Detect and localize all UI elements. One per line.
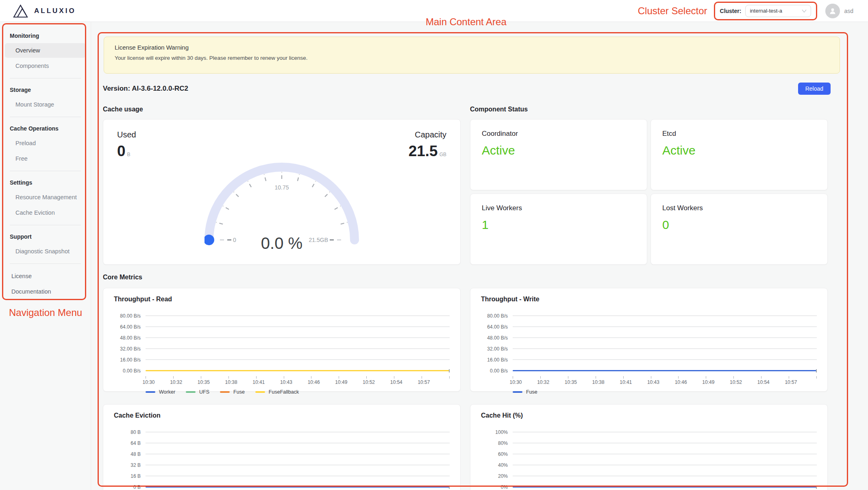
component-status-grid: CoordinatorActiveEtcdActiveLive Workers1… (470, 119, 828, 265)
chart-gridline-row: 0.00 B/s (114, 365, 450, 376)
gridline (146, 348, 450, 349)
component-status-section: Component Status CoordinatorActiveEtcdAc… (470, 106, 828, 265)
overview-sections: Cache usage Used 0B Capacity 21.5GB (103, 106, 828, 265)
y-axis-label: 80 B (114, 429, 146, 435)
status-value: 0 (662, 218, 816, 232)
y-axis-label: 16.00 B/s (481, 357, 513, 363)
y-axis-label: 32.00 B/s (114, 346, 146, 352)
legend-item-fusefallback: FuseFallback (255, 389, 299, 395)
x-axis-label: 10:38 (225, 379, 237, 385)
sidebar-item-mount-storage[interactable]: Mount Storage (5, 97, 86, 112)
legend-item-ufs: UFS (186, 389, 209, 395)
main-content: License Expiration Warning Your license … (91, 22, 868, 490)
y-axis-label: 32 B (114, 462, 146, 468)
y-axis-label: 0.00 B/s (481, 368, 513, 374)
chart-gridline-row: 48.00 B/s (481, 332, 817, 343)
cluster-label: Cluster: (720, 8, 742, 14)
y-axis-label: 0 B (114, 484, 146, 490)
sidebar-item-preload[interactable]: Preload (5, 136, 86, 150)
x-axis-label: 10:32 (170, 379, 182, 385)
sidebar-item-cache-eviction[interactable]: Cache Eviction (5, 205, 86, 220)
sidebar-divider (10, 117, 81, 117)
chart-plot: 80.00 B/s64.00 B/s48.00 B/s32.00 B/s16.0… (114, 310, 450, 385)
legend-label: FuseFallback (269, 389, 299, 395)
y-axis-label: 80.00 B/s (114, 313, 146, 319)
data-line (513, 370, 817, 371)
used-number: 0 (117, 143, 126, 159)
reload-button[interactable]: Reload (798, 83, 831, 95)
gauge-tick (264, 174, 266, 181)
x-axis-label: 10:41 (620, 379, 632, 385)
status-value: Active (482, 144, 635, 157)
chart-gridline-row: 16 B (114, 470, 450, 481)
chart-plot: 100%80%60%40%20%0%10:3010:3210:3510:3810… (481, 427, 817, 490)
gridline (513, 327, 817, 327)
gauge-min-label: 0 (233, 237, 236, 243)
gridline (513, 443, 817, 443)
chart-gridline-row: 64.00 B/s (481, 321, 817, 332)
x-axis-label: 10:35 (198, 379, 210, 385)
legend-swatch (186, 391, 196, 393)
status-label: Coordinator (482, 130, 635, 138)
avatar[interactable] (825, 4, 840, 18)
x-axis-label: 10:30 (509, 379, 522, 385)
core-metrics-title: Core Metrics (103, 274, 828, 283)
gauge-tick (325, 192, 330, 197)
chart-title: Cache Hit (%) (481, 412, 817, 421)
gridline (146, 327, 450, 327)
sidebar-item-overview[interactable]: Overview (5, 43, 86, 58)
app-root: ALLUXIO Cluster Selector Cluster: intern… (0, 0, 868, 490)
version-text: Version: AI-3.6-12.0.0-RC2 (103, 85, 188, 93)
cache-usage-title: Cache usage (103, 106, 461, 115)
x-axis-label: 10:43 (647, 379, 659, 385)
chart-plot: 80.00 B/s64.00 B/s48.00 B/s32.00 B/s16.0… (481, 310, 817, 385)
status-card-etcd: EtcdActive (650, 119, 828, 190)
status-label: Live Workers (482, 204, 635, 212)
status-label: Etcd (662, 130, 816, 138)
legend-item-fuse: Fuse (513, 389, 537, 395)
y-axis-label: 80.00 B/s (481, 313, 513, 319)
chart-title: Cache Eviction (114, 412, 450, 421)
cluster-select[interactable]: internal-test-a (745, 5, 811, 17)
gridline (146, 359, 450, 360)
user-icon (829, 7, 837, 15)
y-axis-label: 32.00 B/s (481, 346, 513, 352)
sidebar-item-free[interactable]: Free (5, 151, 86, 166)
sidebar-item-diagnostic-snapshot[interactable]: Diagnostic Snapshot (5, 244, 86, 259)
legend-swatch (255, 391, 265, 393)
y-axis-label: 48.00 B/s (114, 335, 146, 341)
chart-gridline-row: 80.00 B/s (114, 310, 450, 321)
gridline (146, 443, 450, 443)
sidebar-divider (10, 264, 81, 264)
sidebar-item-license[interactable]: License (5, 269, 86, 283)
x-axis-label: 10:49 (702, 379, 714, 385)
chart-gridline-row: 80 B (114, 427, 450, 438)
sidebar-item-components[interactable]: Components (5, 59, 86, 73)
chart-gridline-row: 100% (481, 427, 817, 438)
app-logo: ALLUXIO (12, 4, 76, 18)
x-axis-label: 10:54 (390, 379, 402, 385)
gauge-tick (335, 206, 341, 210)
chart-legend: WorkerUFSFuseFuseFallback (146, 389, 450, 395)
chart-legend: Fuse (513, 389, 817, 395)
x-axis-label: 10:41 (252, 379, 265, 385)
legend-swatch (220, 391, 230, 393)
version-row: Version: AI-3.6-12.0.0-RC2 Reload (103, 82, 831, 95)
sidebar-section-monitoring: Monitoring (5, 29, 86, 42)
y-axis-label: 16.00 B/s (114, 357, 146, 363)
cache-usage-card: Used 0B Capacity 21.5GB (103, 119, 461, 265)
legend-label: Worker (159, 389, 175, 395)
chart-gridline-row: 20% (481, 470, 817, 481)
gridline (513, 432, 817, 432)
component-status-title: Component Status (470, 106, 828, 115)
sidebar-item-resource-management[interactable]: Resource Management (5, 190, 86, 205)
sidebar-divider (10, 78, 81, 78)
gridline (146, 476, 450, 476)
y-axis-label: 80% (481, 440, 513, 446)
capacity-block: Capacity 21.5GB (409, 130, 446, 160)
gauge-value-label: 0.0 % (261, 234, 302, 252)
chart-gridline-row: 0.00 B/s (481, 365, 817, 376)
gauge-tick (341, 222, 347, 224)
sidebar-item-documentation[interactable]: Documentation (5, 284, 86, 299)
status-card-coordinator: CoordinatorActive (470, 119, 647, 190)
